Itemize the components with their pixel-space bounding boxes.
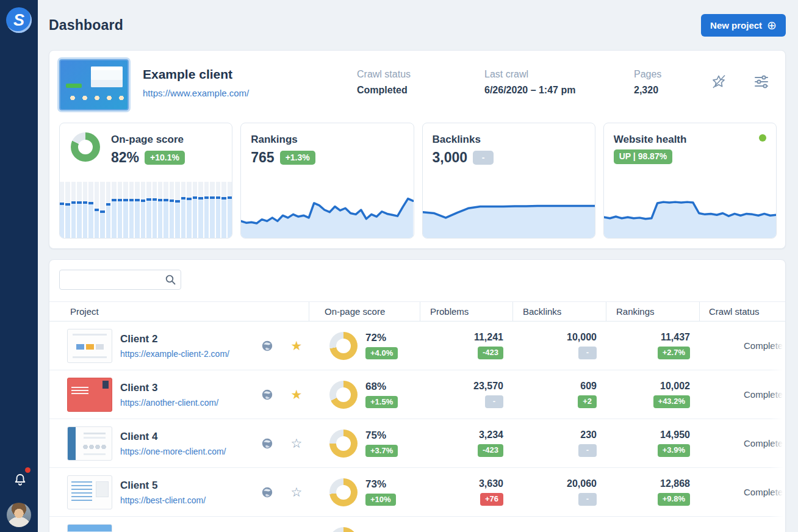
top-bar: Dashboard New project ⊕ — [38, 0, 798, 50]
search-input[interactable] — [59, 270, 181, 290]
backlinks-chart — [423, 182, 595, 238]
backlinks-cell: 230 - — [512, 419, 606, 467]
project-url-link[interactable]: https://best-client.com/ — [120, 495, 206, 505]
score-value: 75% — [365, 430, 398, 442]
table-rows: Client 2 https://example-client-2.com/ ★… — [49, 322, 785, 532]
score-donut — [329, 527, 358, 532]
stat-card-rankings[interactable]: Rankings 765 +1.3% — [240, 123, 414, 239]
rankings-badge: +3.9% — [658, 444, 690, 456]
crawl-status-cell: Completed — [699, 419, 786, 467]
rankings-badge: +2.7% — [658, 347, 690, 359]
stat-badge: +10.1% — [145, 151, 185, 165]
onpage-score-chart — [60, 182, 232, 238]
score-donut — [329, 430, 358, 458]
globe-icon[interactable] — [261, 486, 273, 498]
onpage-score-donut — [71, 132, 100, 162]
problems-badge: -423 — [478, 444, 503, 456]
table-row[interactable]: Client 5 https://best-client.com/ ☆ 73% … — [49, 468, 785, 517]
stat-cards-row: On-page score 82% +10.1% Rankings 765 +1… — [59, 123, 777, 239]
project-thumbnail — [67, 475, 112, 509]
column-header-crawl-status[interactable]: Crawl status — [699, 302, 785, 321]
table-row[interactable]: 240,000 13,547 — [49, 517, 785, 532]
column-header-problems[interactable]: Problems — [420, 302, 512, 321]
table-header: Project On-page score Problems Backlinks… — [49, 301, 785, 322]
problems-value: 3,234 — [479, 430, 503, 440]
rankings-cell: 14,950 +3.9% — [606, 419, 699, 467]
crawl-status-cell: Completed — [699, 468, 786, 516]
backlinks-cell: 20,060 - — [512, 468, 606, 516]
backlinks-cell: 10,000 - — [512, 322, 606, 370]
globe-icon[interactable] — [261, 340, 273, 352]
project-url-link[interactable]: https://example-client-2.com/ — [120, 349, 229, 359]
client-thumbnail[interactable] — [59, 59, 129, 110]
unfavorite-star-slash-icon[interactable] — [711, 74, 727, 90]
score-badge: +4.0% — [365, 347, 398, 359]
stat-card-onpage-score[interactable]: On-page score 82% +10.1% — [59, 123, 232, 239]
project-url-link[interactable]: https://one-more-client.com/ — [120, 447, 226, 456]
score-donut — [329, 478, 358, 506]
stat-title: Rankings — [251, 134, 298, 146]
backlinks-value: 20,060 — [567, 478, 597, 489]
health-status-dot — [759, 134, 766, 142]
globe-icon[interactable] — [261, 389, 273, 401]
website-health-chart — [604, 182, 776, 238]
column-header-rankings[interactable]: Rankings — [606, 302, 699, 321]
crawl-status-meta: Crawl status Completed — [357, 69, 411, 96]
problems-value: 3,630 — [479, 478, 503, 489]
score-badge: +1.5% — [365, 396, 398, 408]
app-logo[interactable]: S — [6, 7, 32, 33]
rankings-value: 10,002 — [660, 381, 690, 392]
main-content: Dashboard New project ⊕ Example client h… — [38, 0, 798, 532]
crawl-status-cell: Completed — [699, 370, 786, 419]
projects-table-card: Project On-page score Problems Backlinks… — [49, 259, 786, 532]
favorite-star-icon[interactable]: ★ — [289, 388, 304, 401]
project-url-link[interactable]: https://another-client.com/ — [120, 398, 218, 408]
stat-title: Backlinks — [433, 134, 481, 146]
project-thumbnail — [67, 524, 112, 532]
stat-badge: - — [473, 151, 494, 165]
client-url-link[interactable]: https://www.example.com/ — [143, 88, 249, 98]
notifications-bell-icon[interactable] — [13, 473, 27, 487]
sidebar: S — [0, 0, 38, 532]
column-header-project[interactable]: Project — [49, 302, 309, 321]
backlinks-badge: - — [578, 493, 597, 505]
project-thumbnail — [67, 329, 112, 363]
table-row[interactable]: Client 4 https://one-more-client.com/ ☆ … — [49, 419, 785, 468]
backlinks-badge: +2 — [578, 395, 597, 408]
favorite-star-icon[interactable]: ☆ — [289, 486, 304, 498]
stat-card-website-health[interactable]: Website health UP | 98.87% — [603, 123, 777, 239]
crawl-settings-sliders-icon[interactable] — [753, 74, 769, 90]
rankings-cell: 13,547 — [606, 517, 699, 532]
stat-card-backlinks[interactable]: Backlinks 3,000 - — [422, 123, 595, 239]
score-donut — [329, 381, 358, 409]
score-badge: +10% — [365, 494, 396, 506]
rankings-cell: 10,002 +43.2% — [606, 370, 699, 419]
table-row[interactable]: Client 2 https://example-client-2.com/ ★… — [49, 322, 785, 370]
stat-badge: +1.3% — [280, 151, 315, 165]
column-header-backlinks[interactable]: Backlinks — [512, 302, 606, 321]
score-value: 68% — [365, 381, 398, 393]
rankings-value: 11,437 — [661, 332, 690, 343]
backlinks-badge: - — [578, 347, 597, 359]
backlinks-cell: 609 +2 — [512, 370, 606, 419]
problems-value: 23,570 — [473, 381, 503, 392]
user-avatar[interactable] — [7, 503, 31, 527]
page-title: Dashboard — [49, 17, 123, 34]
favorite-star-icon[interactable]: ★ — [289, 339, 304, 352]
problems-cell — [420, 517, 512, 532]
rankings-cell: 11,437 +2.7% — [606, 322, 699, 370]
problems-cell: 23,570 - — [420, 370, 512, 419]
plus-circle-icon: ⊕ — [767, 20, 777, 31]
pages-label: Pages — [634, 69, 661, 80]
backlinks-value: 609 — [580, 381, 597, 392]
crawl-status-cell: Completed — [699, 322, 786, 370]
table-row[interactable]: Client 3 https://another-client.com/ ★ 6… — [49, 370, 785, 419]
new-project-button[interactable]: New project ⊕ — [701, 14, 786, 37]
favorite-star-icon[interactable]: ☆ — [289, 437, 304, 450]
globe-icon[interactable] — [261, 437, 273, 450]
stat-title: On-page score — [111, 134, 184, 146]
column-header-onpage-score[interactable]: On-page score — [309, 302, 420, 321]
project-thumbnail — [67, 426, 112, 461]
problems-badge: +76 — [480, 493, 503, 505]
stat-value: 82% — [111, 149, 139, 166]
